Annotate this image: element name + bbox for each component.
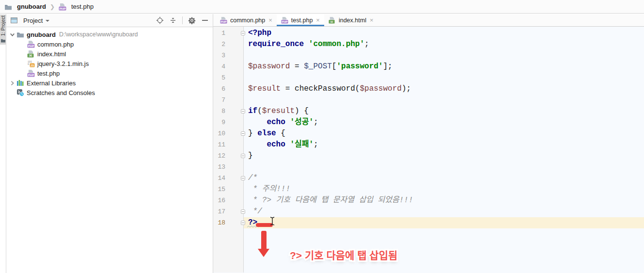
tree-row-common-php[interactable]: PHPcommon.php (6, 39, 213, 49)
toolbar-divider (182, 16, 183, 24)
tree-item-path: D:\workspace\www\gnuboard (59, 31, 138, 38)
code-line-5[interactable]: 5 (213, 72, 644, 83)
line-content[interactable] (244, 72, 644, 83)
code-line-15[interactable]: 15 * 주의!!! (213, 184, 644, 195)
fold-marker[interactable] (241, 221, 245, 225)
fold-marker[interactable] (241, 209, 245, 214)
line-number: 8 (213, 106, 244, 117)
line-number: 12 (213, 150, 244, 161)
code-line-8[interactable]: 8if($result) { (213, 106, 644, 117)
code-token: ]; (383, 62, 392, 71)
code-lines[interactable]: 1<?php2require_once 'common.php';34$pass… (213, 28, 644, 228)
tree-item-label: Scratches and Consoles (27, 89, 95, 96)
line-content[interactable]: <?php (244, 28, 644, 39)
fold-marker[interactable] (241, 154, 245, 158)
code-line-2[interactable]: 2require_once 'common.php'; (213, 39, 644, 50)
locate-file-button[interactable] (156, 16, 164, 24)
chevron-down-icon[interactable] (9, 32, 16, 38)
tab-label: common.php (230, 17, 265, 24)
close-icon[interactable]: × (316, 17, 320, 23)
tab-test-php[interactable]: PHPtest.php× (277, 14, 324, 26)
svg-text:PHP: PHP (60, 6, 66, 10)
code-token: '실패' (290, 140, 314, 149)
code-token: ; (314, 140, 318, 149)
fold-marker[interactable] (241, 131, 245, 136)
code-token: = checkPassword( (281, 84, 360, 93)
code-line-1[interactable]: 1<?php (213, 28, 644, 39)
fold-marker[interactable] (241, 109, 245, 113)
code-token: ; (314, 118, 318, 127)
code-line-16[interactable]: 16 * ?> 기호 다음에 탭 문자열 삽입 되었음!!! (213, 195, 644, 206)
chevron-right-icon[interactable] (9, 80, 16, 86)
code-line-10[interactable]: 10} else { (213, 128, 644, 139)
html-icon: H (27, 50, 35, 58)
project-panel-header: Project (6, 14, 213, 27)
ide-window: gnuboard ❯ PHP test.php 1: Project Proje… (0, 0, 644, 273)
project-view-selector[interactable]: Project (10, 16, 49, 24)
editor-body[interactable]: 1<?php2require_once 'common.php';34$pass… (213, 27, 644, 273)
red-arrow (261, 231, 267, 249)
fold-marker[interactable] (241, 31, 245, 35)
line-content[interactable]: * 주의!!! (244, 184, 644, 195)
code-line-6[interactable]: 6$result = checkPassword($password); (213, 83, 644, 95)
tab-index-html[interactable]: Hindex.html× (324, 14, 378, 26)
svg-text:PHP: PHP (28, 73, 34, 77)
line-content[interactable]: $result = checkPassword($password); (244, 83, 644, 95)
code-line-13[interactable]: 13 (213, 161, 644, 173)
close-icon[interactable]: × (370, 17, 374, 23)
line-content[interactable] (244, 50, 644, 61)
breadcrumb-project[interactable]: gnuboard (4, 3, 46, 11)
line-content[interactable]: */ (244, 206, 644, 217)
breadcrumb-file[interactable]: PHP test.php (59, 3, 94, 11)
line-content[interactable]: ?> (244, 217, 644, 228)
code-line-4[interactable]: 4$password = $_POST['password']; (213, 61, 644, 72)
fold-marker[interactable] (241, 176, 245, 180)
line-content[interactable]: /* (244, 173, 644, 184)
gear-icon[interactable] (188, 16, 196, 24)
svg-text:H: H (330, 20, 332, 23)
line-content[interactable]: $password = $_POST['password']; (244, 61, 644, 72)
chevron-down-icon (46, 20, 49, 22)
collapse-all-button[interactable] (169, 16, 177, 24)
tree-row-gnuboard[interactable]: gnuboardD:\workspace\www\gnuboard (6, 30, 213, 39)
line-content[interactable]: require_once 'common.php'; (244, 39, 644, 50)
tree-item-label: gnuboard (27, 31, 56, 38)
svg-text:JS: JS (31, 64, 34, 67)
hide-panel-button[interactable] (201, 16, 209, 24)
tree-row-index-html[interactable]: Hindex.html (6, 49, 213, 59)
tree-row-jquery-3-2-1-min-js[interactable]: 1010JSjquery-3.2.1.min.js (6, 59, 213, 68)
tree-row-test-php[interactable]: PHPtest.php (6, 68, 213, 78)
project-tool-icon (10, 16, 18, 24)
code-token: * 주의!!! (248, 185, 290, 193)
line-content[interactable]: echo '실패'; (244, 139, 644, 150)
code-token: $result (248, 84, 281, 93)
code-line-18[interactable]: 18?> (213, 217, 644, 228)
svg-text:PHP: PHP (28, 44, 34, 48)
code-line-12[interactable]: 12} (213, 150, 644, 161)
tab-common-php[interactable]: PHPcommon.php× (216, 14, 277, 26)
line-content[interactable]: if($result) { (244, 106, 644, 117)
code-line-17[interactable]: 17 */ (213, 206, 644, 217)
line-content[interactable]: * ?> 기호 다음에 탭 문자열 삽입 되었음!!! (244, 195, 644, 206)
code-token: $result (262, 107, 295, 115)
tree-item-label: External Libraries (27, 80, 76, 87)
line-content[interactable]: } else { (244, 128, 644, 139)
tree-item-label: index.html (37, 50, 66, 58)
code-line-14[interactable]: 14/* (213, 173, 644, 184)
line-number: 16 (213, 195, 244, 206)
line-content[interactable]: echo '성공'; (244, 117, 644, 128)
tree-row-scratches-and-consoles[interactable]: Scratches and Consoles (6, 88, 213, 97)
code-line-3[interactable]: 3 (213, 50, 644, 61)
code-token: { (276, 129, 285, 138)
code-line-7[interactable]: 7 (213, 95, 644, 106)
line-content[interactable] (244, 161, 644, 173)
panel-title: Project (23, 17, 43, 24)
close-icon[interactable]: × (268, 17, 272, 23)
project-tool-window-button[interactable]: 1: Project (0, 15, 6, 45)
tree-row-external-libraries[interactable]: External Libraries (6, 78, 213, 88)
line-content[interactable] (244, 95, 644, 106)
line-number: 11 (213, 139, 244, 150)
code-line-11[interactable]: 11 echo '실패'; (213, 139, 644, 150)
line-content[interactable]: } (244, 150, 644, 161)
code-line-9[interactable]: 9 echo '성공'; (213, 117, 644, 128)
